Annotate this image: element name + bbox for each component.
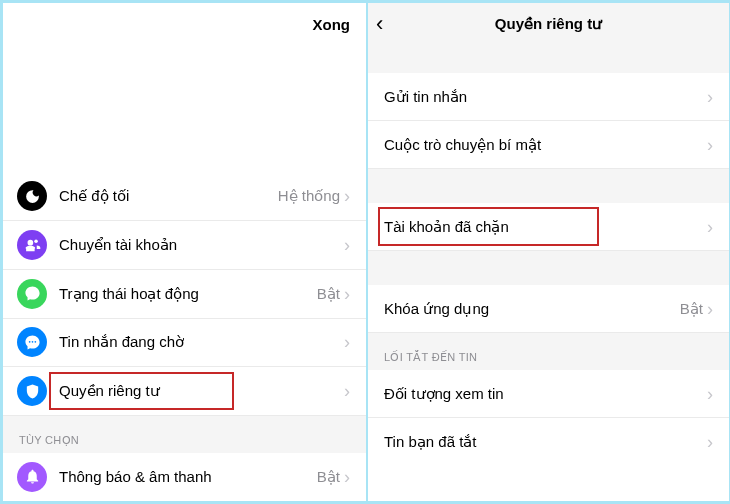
section-options: TÙY CHỌN: [3, 416, 366, 453]
row-story-audience[interactable]: Đối tượng xem tin ›: [368, 370, 729, 418]
dark-mode-label: Chế độ tối: [59, 187, 278, 205]
status-icon: [17, 279, 47, 309]
switch-account-icon: [17, 230, 47, 260]
message-requests-label: Tin nhắn đang chờ: [59, 333, 344, 351]
left-header: Xong: [3, 3, 366, 45]
blocked-accounts-label: Tài khoản đã chặn: [384, 218, 707, 236]
switch-account-label: Chuyển tài khoản: [59, 236, 344, 254]
svg-point-3: [31, 341, 33, 343]
chevron-right-icon: ›: [707, 88, 713, 106]
done-button[interactable]: Xong: [313, 16, 351, 33]
row-privacy[interactable]: Quyền riêng tư ›: [3, 367, 366, 416]
row-app-lock[interactable]: Khóa ứng dụng Bật ›: [368, 285, 729, 333]
row-secret-conversation[interactable]: Cuộc trò chuyện bí mật ›: [368, 121, 729, 169]
svg-point-1: [34, 239, 38, 243]
privacy-label: Quyền riêng tư: [59, 382, 344, 400]
active-status-value: Bật: [317, 285, 340, 303]
svg-point-0: [27, 239, 33, 245]
active-status-label: Trạng thái hoạt động: [59, 285, 317, 303]
shield-icon: [17, 376, 47, 406]
row-switch-account[interactable]: Chuyển tài khoản ›: [3, 221, 366, 270]
chevron-right-icon: ›: [707, 300, 713, 318]
moon-icon: [17, 181, 47, 211]
chevron-right-icon: ›: [344, 236, 350, 254]
svg-point-2: [28, 341, 30, 343]
chevron-right-icon: ›: [344, 333, 350, 351]
row-active-status[interactable]: Trạng thái hoạt động Bật ›: [3, 270, 366, 319]
privacy-panel: ‹ Quyền riêng tư Gửi tin nhắn › Cuộc trò…: [368, 3, 729, 501]
chevron-right-icon: ›: [344, 187, 350, 205]
notifications-value: Bật: [317, 468, 340, 486]
app-lock-value: Bật: [680, 300, 703, 318]
spacer: [368, 45, 729, 73]
chevron-right-icon: ›: [707, 385, 713, 403]
chevron-right-icon: ›: [344, 382, 350, 400]
privacy-title: Quyền riêng tư: [495, 15, 602, 33]
chevron-right-icon: ›: [344, 285, 350, 303]
spacer: [368, 169, 729, 203]
right-header: ‹ Quyền riêng tư: [368, 3, 729, 45]
row-story-muted[interactable]: Tin bạn đã tắt ›: [368, 418, 729, 466]
row-blocked-accounts[interactable]: Tài khoản đã chặn ›: [368, 203, 729, 251]
row-send-message[interactable]: Gửi tin nhắn ›: [368, 73, 729, 121]
secret-conversation-label: Cuộc trò chuyện bí mật: [384, 136, 707, 154]
settings-panel: Xong Chế độ tối Hệ thống › Chuyển tài kh…: [3, 3, 366, 501]
row-dark-mode[interactable]: Chế độ tối Hệ thống ›: [3, 172, 366, 221]
chevron-right-icon: ›: [707, 136, 713, 154]
row-notifications[interactable]: Thông báo & âm thanh Bật ›: [3, 453, 366, 501]
message-icon: [17, 327, 47, 357]
notifications-label: Thông báo & âm thanh: [59, 468, 317, 485]
row-message-requests[interactable]: Tin nhắn đang chờ ›: [3, 319, 366, 368]
story-audience-label: Đối tượng xem tin: [384, 385, 707, 403]
chevron-right-icon: ›: [707, 433, 713, 451]
back-button[interactable]: ‹: [376, 13, 383, 35]
chevron-right-icon: ›: [707, 218, 713, 236]
chevron-right-icon: ›: [344, 468, 350, 486]
send-message-label: Gửi tin nhắn: [384, 88, 707, 106]
app-lock-label: Khóa ứng dụng: [384, 300, 680, 318]
svg-point-4: [34, 341, 36, 343]
story-muted-label: Tin bạn đã tắt: [384, 433, 707, 451]
spacer: [3, 45, 366, 172]
dark-mode-value: Hệ thống: [278, 187, 340, 205]
spacer: [368, 251, 729, 285]
bell-icon: [17, 462, 47, 492]
section-story-shortcut: LỐI TẮT ĐẾN TIN: [368, 333, 729, 370]
